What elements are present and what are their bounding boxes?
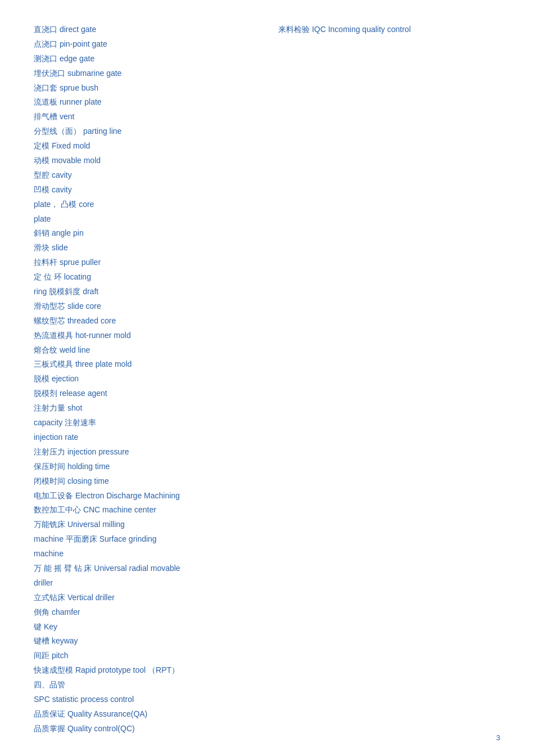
term-core-plate1: plate， 凸模 core — [34, 197, 256, 212]
term-iqc: 来料检验 IQC Incoming quality control — [278, 22, 500, 37]
term-runner-plate: 流道板 runner plate — [34, 95, 256, 110]
term-ejection: 脱模 ejection — [34, 372, 256, 386]
term-surface-grinding2: machine — [34, 547, 256, 561]
left-column: 直浇口 direct gate 点浇口 pin-point gate 测浇口 e… — [34, 22, 256, 736]
page-number: 3 — [496, 734, 500, 742]
term-direct-gate: 直浇口 direct gate — [34, 22, 256, 37]
term-release-agent: 脱模剂 release agent — [34, 386, 256, 401]
term-fixed-mold: 定模 Fixed mold — [34, 139, 256, 154]
term-injection-rate-label: capacity 注射速率 — [34, 416, 256, 430]
term-vertical-driller: 立式钻床 Vertical driller — [34, 591, 256, 605]
term-three-plate-mold: 三板式模具 three plate mold — [34, 357, 256, 372]
term-slide-core: 滑动型芯 slide core — [34, 299, 256, 314]
term-edge-gate: 测浇口 edge gate — [34, 52, 256, 66]
term-closing-time: 闭模时间 closing time — [34, 474, 256, 489]
term-section-header: 四、品管 — [34, 678, 256, 692]
term-weld-line: 熔合纹 weld line — [34, 343, 256, 358]
term-hot-runner-mold: 热流道模具 hot-runner mold — [34, 328, 256, 343]
term-cavity-aomo: 凹模 cavity — [34, 183, 256, 197]
term-vent: 排气槽 vent — [34, 110, 256, 124]
term-shot-capacity: 注射力量 shot — [34, 401, 256, 416]
term-threaded-core: 螺纹型芯 threaded core — [34, 314, 256, 328]
term-locating: 定 位 环 locating — [34, 270, 256, 285]
term-injection-pressure: 注射压力 injection pressure — [34, 445, 256, 460]
term-qa: 品质保证 Quality Assurance(QA) — [34, 707, 256, 722]
term-universal-milling1: 万能铣床 Universal milling — [34, 518, 256, 532]
term-chamfer: 倒角 chamfer — [34, 605, 256, 620]
term-slide: 滑块 slide — [34, 241, 256, 255]
term-spc: SPC statistic process control — [34, 692, 256, 707]
right-column: 来料检验 IQC Incoming quality control — [256, 22, 500, 736]
term-sprue-bush: 浇口套 sprue bush — [34, 81, 256, 96]
term-holding-time: 保压时间 holding time — [34, 460, 256, 474]
term-edm: 电加工设备 Electron Discharge Machining — [34, 489, 256, 503]
term-surface-grinding1: machine 平面磨床 Surface grinding — [34, 532, 256, 547]
term-parting-line: 分型线（面） parting line — [34, 124, 256, 139]
term-core-plate2: plate — [34, 212, 256, 227]
term-cavity-xingqiang: 型腔 cavity — [34, 168, 256, 183]
term-angle-pin: 斜销 angle pin — [34, 226, 256, 241]
term-keyway: 键槽 keyway — [34, 634, 256, 649]
term-qc: 品质掌握 Quality control(QC) — [34, 722, 256, 736]
term-pin-point-gate: 点浇口 pin-point gate — [34, 37, 256, 52]
term-pitch: 间距 pitch — [34, 649, 256, 663]
term-draft: ring 脱模斜度 draft — [34, 285, 256, 299]
term-cnc: 数控加工中心 CNC machine center — [34, 503, 256, 518]
term-injection-rate: injection rate — [34, 430, 256, 445]
term-key: 键 Key — [34, 620, 256, 634]
term-radial-driller2: driller — [34, 576, 256, 591]
term-rpt: 快速成型模 Rapid prototype tool （RPT） — [34, 663, 256, 678]
term-radial-driller1: 万 能 摇 臂 钻 床 Universal radial movable — [34, 561, 256, 576]
term-movable-mold: 动模 movable mold — [34, 154, 256, 168]
term-sprue-puller: 拉料杆 sprue puller — [34, 255, 256, 270]
term-submarine-gate: 埋伏浇口 submarine gate — [34, 66, 256, 81]
